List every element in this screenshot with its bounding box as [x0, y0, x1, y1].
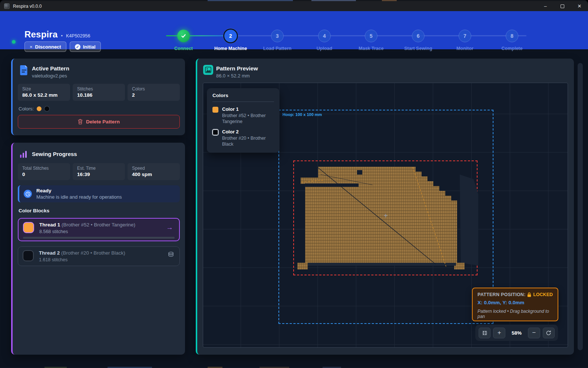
- colors-legend: Colors Color 1 Brother #52 • Brother Tan…: [207, 88, 280, 153]
- stepper-track-complete: [166, 35, 231, 36]
- active-pattern-card: Active Pattern valetudogv2.pes Size 86.0…: [11, 59, 185, 135]
- status-description: Machine is idle and ready for operations: [36, 194, 122, 200]
- stat-colors: Colors 2: [128, 84, 180, 101]
- step-label: Complete: [502, 46, 523, 51]
- pattern-position-overlay: PATTERN POSITION: LOCKED X: 0.0mm, Y: 0.…: [472, 288, 558, 321]
- zoom-out-button[interactable]: −: [528, 328, 540, 338]
- pattern-filename: valetudogv2.pes: [32, 73, 69, 79]
- initial-button[interactable]: ✓ Initial: [70, 42, 101, 52]
- color-dot-black: [44, 106, 49, 111]
- step-number: 6: [412, 30, 425, 42]
- sewing-progress-title: Sewing Progress: [32, 151, 77, 157]
- pattern-preview-title: Pattern Preview: [216, 65, 258, 72]
- thread-2-stitches: 1.618 stitches: [39, 257, 67, 262]
- color-dot-orange: [37, 106, 42, 111]
- sewing-progress-card: Sewing Progress Total Stitches 0 Est. Ti…: [11, 143, 185, 355]
- trash-icon: [78, 119, 83, 125]
- thread-1-progress-bar: [23, 237, 175, 239]
- app-header: Respira • K4P502956 × Disconnect ✓ Initi…: [0, 11, 588, 49]
- disconnect-button[interactable]: × Disconnect: [24, 42, 66, 52]
- legend-entry-color1: Color 1 Brother #52 • Brother Tangerine: [212, 106, 274, 125]
- step-number: 8: [506, 30, 518, 42]
- thread-2-swatch: [23, 250, 34, 261]
- step-number: 7: [459, 30, 471, 42]
- brand-title: Respira: [24, 29, 57, 40]
- minimize-button[interactable]: –: [537, 1, 554, 11]
- plus-icon: +: [498, 329, 501, 336]
- titlebar-title: Respira v0.0.0: [13, 4, 42, 9]
- step-label: Mask Trace: [359, 46, 383, 51]
- titlebar: Respira v0.0.0 – ✕: [0, 1, 588, 11]
- disconnect-x-icon: ×: [30, 44, 33, 50]
- fit-to-view-button[interactable]: [479, 328, 490, 338]
- thread-1-name: Thread 1: [39, 222, 60, 228]
- zoom-in-button[interactable]: +: [493, 328, 505, 338]
- legend-title: Colors: [212, 93, 274, 102]
- app-window: Respira v0.0.0 – ✕ Respira • K4P502956 ×…: [0, 0, 588, 368]
- zoom-controls: + 58% −: [475, 325, 558, 341]
- arrow-right-icon: →: [166, 223, 173, 232]
- canvas-center-crosshair: +: [383, 213, 389, 219]
- zoom-level: 58%: [508, 330, 525, 336]
- vertical-scrollbar[interactable]: [578, 63, 583, 350]
- thread-1-detail: (Brother #52 • Brother Tangerine): [62, 222, 135, 228]
- step-label: Upload: [317, 46, 332, 51]
- step-check-icon: [177, 30, 190, 42]
- step-label: Load Pattern: [263, 46, 291, 51]
- reset-view-button[interactable]: [543, 328, 555, 338]
- color-blocks-label: Color Blocks: [19, 208, 49, 213]
- thread-1-block[interactable]: Thread 1 (Brother #52 • Brother Tangerin…: [18, 218, 180, 241]
- hoop-label: Hoop: 100 x 100 mm: [283, 112, 322, 117]
- step-label: Home Machine: [214, 46, 247, 51]
- lock-icon: [527, 292, 531, 297]
- initial-check-icon: ✓: [75, 44, 80, 50]
- minimize-icon: –: [544, 3, 546, 9]
- thread-1-stitches: 8.568 stitches: [39, 229, 68, 234]
- initial-label: Initial: [83, 44, 96, 50]
- maximize-button[interactable]: [554, 1, 571, 11]
- brand-separator: •: [61, 33, 63, 39]
- clock-icon: [24, 190, 32, 198]
- position-label: PATTERN POSITION:: [478, 292, 526, 297]
- refresh-icon: [546, 330, 551, 336]
- disconnect-label: Disconnect: [35, 44, 61, 50]
- image-icon: [203, 65, 213, 75]
- legend-swatch-black: [212, 129, 218, 135]
- step-number: 3: [271, 30, 284, 42]
- fit-icon: [482, 330, 488, 336]
- step-number: 4: [318, 30, 331, 42]
- step-number: 5: [365, 30, 377, 42]
- preview-canvas[interactable]: Hoop: 100 x 100 mm: [203, 83, 568, 348]
- stat-total-stitches: Total Stitches 0: [18, 163, 70, 180]
- position-hint: Pattern locked • Drag background to pan: [478, 309, 553, 319]
- stat-stitches: Stitches 10.186: [73, 84, 125, 101]
- step-label: Monitor: [456, 46, 473, 51]
- stat-speed: Speed 400 spm: [128, 163, 180, 180]
- status-title: Ready: [36, 188, 122, 193]
- machine-status-banner: Ready Machine is idle and ready for oper…: [18, 185, 180, 202]
- close-icon: ✕: [578, 3, 582, 9]
- colors-label: Colors:: [19, 106, 34, 112]
- layers-icon: [168, 251, 174, 259]
- thread-2-name: Thread 2: [39, 250, 60, 256]
- delete-pattern-button[interactable]: Delete Pattern: [18, 115, 180, 129]
- thread-1-swatch: [23, 222, 34, 233]
- document-icon: [19, 65, 30, 75]
- step-label: Connect: [174, 46, 193, 51]
- position-coordinates: X: 0.0mm, Y: 0.0mm: [478, 300, 553, 305]
- connection-status-dot: [12, 40, 16, 44]
- thread-2-block[interactable]: Thread 2 (Brother #20 • Brother Black) 1…: [18, 246, 180, 266]
- locked-badge: LOCKED: [533, 292, 553, 297]
- active-pattern-title: Active Pattern: [32, 65, 69, 72]
- step-number: 2: [224, 30, 237, 42]
- machine-serial: K4P502956: [66, 33, 90, 39]
- step-label: Start Sewing: [404, 46, 432, 51]
- stat-size: Size 86.0 x 52.2 mm: [18, 84, 70, 101]
- legend-swatch-orange: [212, 107, 218, 113]
- legend-entry-color2: Color 2 Brother #20 • Brother Black: [212, 129, 274, 147]
- close-button[interactable]: ✕: [571, 1, 588, 11]
- stat-est-time: Est. Time 16:39: [73, 163, 125, 180]
- bar-chart-icon: [19, 150, 30, 160]
- app-icon: [4, 3, 10, 9]
- minus-icon: −: [532, 329, 536, 336]
